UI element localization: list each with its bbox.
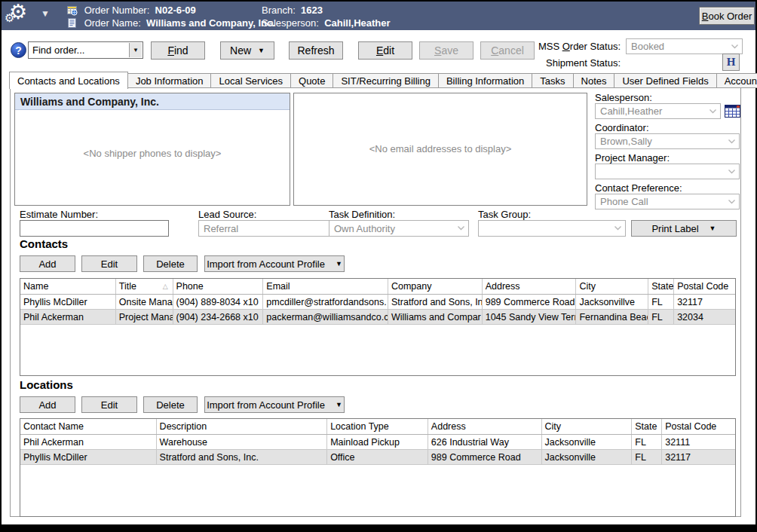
branch-value: 1623 bbox=[301, 5, 323, 16]
new-dropdown-arrow-icon: ▼ bbox=[258, 47, 265, 54]
table-cell: 32117 bbox=[674, 295, 735, 309]
edit-button[interactable]: Edit bbox=[358, 41, 412, 60]
task-group-combobox[interactable] bbox=[478, 220, 626, 237]
project-manager-combobox[interactable] bbox=[595, 164, 740, 179]
column-header-state[interactable]: State bbox=[632, 419, 662, 434]
shipper-phones-panel: Williams and Company, Inc. <No shipper p… bbox=[14, 93, 290, 206]
tab-sit-recurring-billing[interactable]: SIT/Recurring Billing bbox=[333, 73, 439, 88]
locations-add-button[interactable]: Add bbox=[20, 396, 75, 413]
table-cell: FL bbox=[632, 450, 662, 464]
chevron-down-icon bbox=[614, 225, 622, 231]
find-order-value: Find order... bbox=[32, 44, 84, 56]
tab-local-services[interactable]: Local Services bbox=[210, 73, 291, 88]
column-header-title[interactable]: Title△ bbox=[116, 279, 173, 294]
column-header-city[interactable]: City bbox=[576, 279, 648, 294]
locations-table-row-selected[interactable]: Phyllis McDiller Stratford and Sons, Inc… bbox=[20, 450, 735, 465]
tab-content-panel: Williams and Company, Inc. <No shipper p… bbox=[10, 87, 741, 517]
column-header-postal-code[interactable]: Postal Code bbox=[674, 279, 735, 294]
app-menu-button[interactable]: ⚙ ⚙ ▼ bbox=[2, 2, 54, 30]
locations-edit-button[interactable]: Edit bbox=[81, 396, 137, 413]
tab-tasks[interactable]: Tasks bbox=[532, 73, 573, 88]
tab-notes[interactable]: Notes bbox=[573, 73, 615, 88]
save-button[interactable]: Save bbox=[419, 41, 474, 60]
locations-import-button[interactable]: Import from Account Profile▼ bbox=[204, 396, 345, 413]
lead-source-value: Referral bbox=[204, 223, 238, 234]
task-definition-label: Task Definition: bbox=[329, 209, 395, 220]
chevron-down-icon bbox=[457, 225, 465, 231]
print-label-button[interactable]: Print Label▼ bbox=[631, 220, 737, 237]
column-header-location-type[interactable]: Location Type bbox=[327, 419, 428, 434]
contacts-table-header: Name Title△ Phone Email Company Address … bbox=[20, 279, 735, 295]
estimate-number-input[interactable] bbox=[20, 220, 169, 237]
refresh-button[interactable]: Refresh bbox=[289, 41, 343, 60]
tab-user-defined-fields[interactable]: User Defined Fields bbox=[614, 73, 716, 88]
column-header-state[interactable]: State bbox=[648, 279, 674, 294]
column-header-phone[interactable]: Phone bbox=[173, 279, 264, 294]
table-cell: 626 Industrial Way bbox=[428, 435, 542, 449]
help-icon[interactable]: ? bbox=[11, 42, 26, 58]
salesperson-calendar-icon[interactable] bbox=[725, 105, 740, 121]
mss-order-status-label: MSS Order Status: bbox=[498, 41, 621, 52]
table-cell: Phyllis McDiller bbox=[20, 450, 157, 464]
lead-source-label: Lead Source: bbox=[198, 209, 256, 220]
table-cell: Onsite Manag bbox=[116, 295, 173, 309]
locations-table-row[interactable]: Phil Ackerman Warehouse Mainload Pickup … bbox=[20, 435, 735, 450]
mss-order-status-combobox[interactable]: Booked bbox=[626, 38, 743, 54]
salesperson-label: Salesperson: bbox=[595, 92, 652, 103]
chevron-down-icon bbox=[728, 199, 736, 205]
chevron-down-icon bbox=[731, 44, 739, 50]
lead-source-combobox[interactable]: Referral bbox=[198, 220, 346, 237]
shipment-status-history-button[interactable]: H bbox=[722, 54, 740, 71]
table-cell: 989 Commerce Road bbox=[428, 450, 542, 464]
contact-preference-combobox[interactable]: Phone Call bbox=[595, 194, 740, 209]
order-number-icon bbox=[66, 5, 78, 18]
column-header-company[interactable]: Company bbox=[388, 279, 483, 294]
chevron-down-icon bbox=[728, 139, 736, 145]
column-header-address[interactable]: Address bbox=[483, 279, 577, 294]
chevron-down-icon bbox=[709, 109, 717, 115]
find-button[interactable]: Find bbox=[151, 41, 205, 60]
contacts-edit-button[interactable]: Edit bbox=[81, 255, 137, 272]
column-header-city[interactable]: City bbox=[542, 419, 633, 434]
coordinator-combobox[interactable]: Brown,Sally bbox=[595, 133, 740, 149]
table-cell: Williams and Compar bbox=[388, 310, 483, 324]
contacts-table: Name Title△ Phone Email Company Address … bbox=[20, 278, 736, 376]
order-number-value: N02-6-09 bbox=[155, 5, 196, 16]
table-cell: pmcdiller@stratfordandsons. bbox=[263, 295, 388, 309]
column-header-postal-code[interactable]: Postal Code bbox=[662, 419, 735, 434]
order-number-label: Order Number: bbox=[84, 5, 150, 16]
chevron-down-icon bbox=[728, 169, 736, 175]
column-header-contact-name[interactable]: Contact Name bbox=[20, 419, 157, 434]
book-order-button[interactable]: Book Order bbox=[699, 7, 755, 25]
tab-account-profile[interactable]: Account Profile bbox=[716, 73, 757, 88]
table-cell: Stratford and Sons, Inc. bbox=[157, 450, 328, 464]
mss-order-status-value: Booked bbox=[631, 41, 664, 52]
tab-billing-information[interactable]: Billing Information bbox=[438, 73, 532, 88]
contact-preference-label: Contact Preference: bbox=[595, 182, 682, 194]
tab-job-information[interactable]: Job Information bbox=[127, 73, 212, 88]
contacts-import-button[interactable]: Import from Account Profile▼ bbox=[204, 255, 345, 272]
contacts-delete-button[interactable]: Delete bbox=[143, 255, 198, 272]
estimate-number-label: Estimate Number: bbox=[20, 209, 98, 220]
table-cell: (904) 889-8034 x10 bbox=[173, 295, 264, 309]
contacts-add-button[interactable]: Add bbox=[20, 255, 75, 272]
column-header-description[interactable]: Description bbox=[157, 419, 328, 434]
column-header-email[interactable]: Email bbox=[263, 279, 388, 294]
table-cell: 1045 Sandy View Terr bbox=[483, 310, 577, 324]
tab-contacts-and-locations[interactable]: Contacts and Locations bbox=[9, 72, 128, 89]
find-order-combobox[interactable]: Find order... ▼ bbox=[28, 41, 143, 59]
task-definition-combobox[interactable]: Own Authority bbox=[329, 220, 469, 237]
table-cell: Jacksonville bbox=[542, 450, 633, 464]
locations-table: Contact Name Description Location Type A… bbox=[20, 418, 736, 517]
locations-table-header: Contact Name Description Location Type A… bbox=[20, 419, 735, 435]
contacts-table-row-selected[interactable]: Phil Ackerman Project Manag (904) 234-26… bbox=[20, 310, 735, 325]
salesperson-combobox[interactable]: Cahill,Heather bbox=[595, 103, 721, 119]
shipment-status-label: Shipment Status: bbox=[498, 57, 621, 69]
table-cell: Jacksonvillve bbox=[576, 295, 648, 309]
tab-quote[interactable]: Quote bbox=[290, 73, 333, 88]
new-button[interactable]: New▼ bbox=[220, 41, 274, 60]
locations-delete-button[interactable]: Delete bbox=[143, 396, 198, 413]
column-header-name[interactable]: Name bbox=[20, 279, 116, 294]
column-header-address[interactable]: Address bbox=[428, 419, 542, 434]
contacts-table-row[interactable]: Phyllis McDiller Onsite Manag (904) 889-… bbox=[20, 295, 735, 310]
